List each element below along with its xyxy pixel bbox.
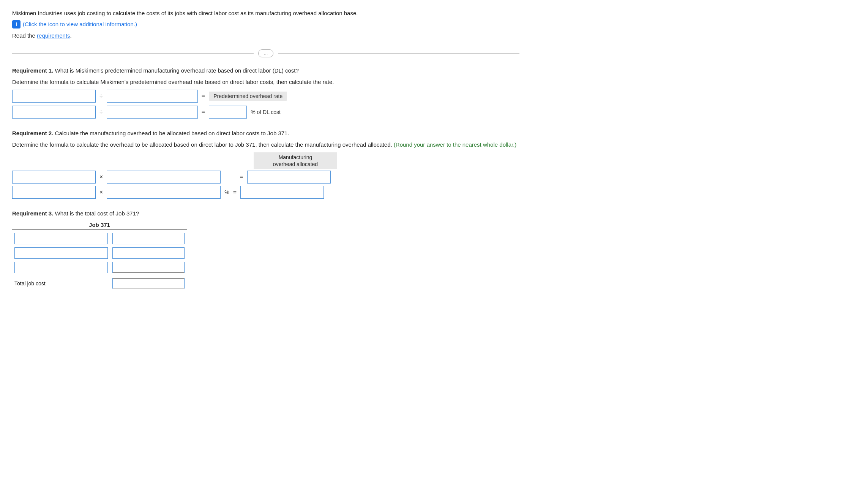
table-row [12,231,187,246]
divider-button[interactable]: ... [258,49,274,57]
req2-r2-result[interactable] [240,186,324,199]
req1-result-suffix: % of DL cost [251,109,281,115]
job-371-title: Job 371 [12,222,187,230]
req1-result-label: Predetermined overhead rate [209,92,287,101]
requirement-2-section-v2: Requirement 2. Calculate the manufacturi… [12,129,519,199]
requirements-link[interactable]: requirements [37,32,70,39]
req2-r1-result[interactable] [247,171,331,184]
req2-r1-left[interactable] [12,171,96,184]
req1-title: Requirement 1. What is Miskimen's predet… [12,66,519,75]
req1-denominator-input[interactable] [107,90,198,103]
job-row3-label[interactable] [14,262,108,273]
req2-desc-v2: Determine the formula to calculate the o… [12,141,519,149]
req2-header-row: Manufacturing overhead allocated [12,152,337,169]
req1-numerator-value-input[interactable] [12,106,96,119]
req1-eq2: = [202,109,205,116]
job-371-table-container: Job 371 Total job cost [12,222,519,291]
job-row2-label[interactable] [14,247,108,259]
job-row1-label[interactable] [14,233,108,244]
req1-desc: Determine the formula to calculate Miski… [12,78,519,87]
requirement-1-section: Requirement 1. What is Miskimen's predet… [12,66,519,119]
req2-r1-op: × [99,174,103,180]
divider-line-right [278,53,519,54]
req2-r2-op: × [99,189,103,196]
read-requirements-text: Read the requirements. [12,32,519,39]
total-value-input[interactable] [112,278,185,289]
job-371-table: Total job cost [12,231,187,291]
req2-r1-right[interactable] [107,171,221,184]
req2-table: Manufacturing overhead allocated × = × %… [12,152,337,199]
req1-op2: ÷ [99,109,103,116]
divider: ... [12,49,519,57]
req2-r2-left[interactable] [12,186,96,199]
req2-r2-right[interactable] [107,186,221,199]
intro-main-text: Miskimen Industries uses job costing to … [12,9,519,18]
req1-eq1: = [202,93,205,100]
req1-denominator-value-input[interactable] [107,106,198,119]
job-row2-value[interactable] [112,247,185,259]
total-row: Total job cost [12,275,187,291]
requirement-3-section: Requirement 3. What is the total cost of… [12,209,519,291]
req2-r2-eq: = [233,189,237,196]
req1-result-value-input[interactable] [209,106,247,119]
req3-title: Requirement 3. What is the total cost of… [12,209,519,218]
req2-title-v2: Requirement 2. Calculate the manufacturi… [12,129,519,138]
req1-formula-row1: ÷ = Predetermined overhead rate [12,90,519,103]
req2-percent-sign: % [224,189,229,195]
req2-mfg-header: Manufacturing overhead allocated [254,152,337,169]
req1-numerator-input[interactable] [12,90,96,103]
job-row1-value[interactable] [112,233,185,244]
divider-line-left [12,53,254,54]
job-row3-value[interactable] [112,262,185,273]
req2-data-row2: × % = [12,186,337,199]
req2-r1-eq: = [240,174,243,180]
req2-data-row1: × = [12,171,337,184]
table-row [12,260,187,275]
info-icon[interactable]: i [12,20,21,28]
total-label: Total job cost [12,275,110,291]
table-row [12,246,187,260]
req1-formula-row2: ÷ = % of DL cost [12,106,519,119]
req1-op1: ÷ [99,93,103,100]
info-link[interactable]: (Click the icon to view additional infor… [23,21,137,27]
